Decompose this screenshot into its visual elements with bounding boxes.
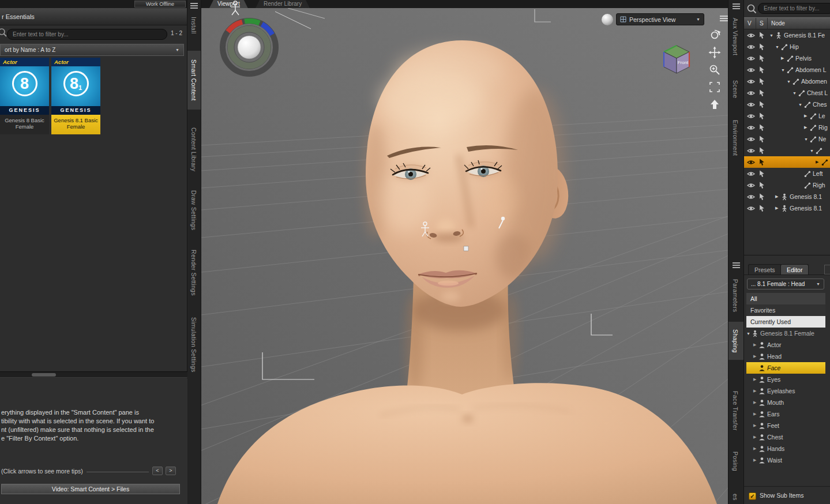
selection-cursor-icon[interactable] [759, 136, 765, 143]
visibility-eye-icon[interactable] [747, 160, 755, 165]
region-row[interactable]: ▶Hands [746, 443, 825, 454]
scene-node-row[interactable]: ▼Ches [744, 99, 830, 110]
scrollbar-thumb[interactable] [32, 373, 56, 377]
scene-filter-input[interactable] [758, 3, 830, 14]
expand-arrow[interactable]: ▶ [775, 206, 781, 210]
selection-square-handle[interactable] [464, 246, 468, 251]
pane-option-button[interactable] [824, 265, 830, 274]
visibility-eye-icon[interactable] [747, 79, 755, 84]
expand-arrow[interactable]: ▼ [804, 137, 810, 141]
expand-arrow[interactable]: ▼ [775, 45, 781, 49]
panel-menu-icon[interactable] [733, 261, 740, 269]
tab-render-library[interactable]: Render Library [256, 0, 310, 8]
tab-smart-content[interactable]: Smart Content [187, 51, 201, 110]
previous-tip-button[interactable]: < [152, 467, 163, 475]
expand-arrow[interactable]: ▶ [816, 160, 821, 164]
selection-cursor-icon[interactable] [759, 147, 765, 155]
tab-editor[interactable]: Editor [780, 264, 809, 275]
expand-arrow[interactable]: ▶ [753, 400, 758, 405]
region-row[interactable]: ▶Chest [746, 431, 825, 443]
expand-arrow[interactable]: ▶ [775, 194, 781, 199]
scene-node-row[interactable]: ▶Genesis 8.1 [744, 202, 830, 214]
tab-partial[interactable]: es [728, 490, 743, 504]
panel-menu-icon[interactable] [733, 2, 740, 10]
zoom-camera-button[interactable] [708, 63, 721, 76]
expand-arrow[interactable]: ▼ [810, 149, 816, 153]
scene-node-row[interactable]: ▼ [744, 145, 830, 156]
video-link-button[interactable]: Video: Smart Content > Files [1, 484, 180, 494]
scene-node-row[interactable]: ▼Hip [744, 41, 830, 52]
asset-card-genesis8[interactable]: Actor 8 GENESIS Genesis 8 Basic Female [0, 58, 49, 134]
viewport-canvas[interactable] [201, 8, 728, 504]
expand-arrow[interactable]: ▶ [753, 354, 758, 359]
next-tip-button[interactable]: > [166, 467, 176, 475]
selection-cursor-icon[interactable] [759, 89, 765, 97]
shaping-root-row[interactable]: ▼ Genesis 8.1 Female [746, 328, 825, 339]
selection-cursor-icon[interactable] [759, 193, 765, 201]
visibility-eye-icon[interactable] [747, 148, 755, 153]
expand-arrow[interactable]: ▶ [753, 412, 758, 416]
column-node[interactable]: Node [768, 18, 830, 29]
expand-arrow[interactable]: ▶ [753, 423, 758, 428]
visibility-eye-icon[interactable] [747, 125, 755, 130]
selection-cursor-icon[interactable] [759, 159, 765, 166]
visibility-eye-icon[interactable] [747, 44, 755, 50]
tab-render-settings[interactable]: Render Settings [187, 245, 201, 301]
visibility-eye-icon[interactable] [747, 102, 755, 107]
sort-dropdown[interactable]: ort by Name : A to Z ▼ [0, 44, 184, 56]
orbit-camera-button[interactable] [708, 29, 721, 42]
scene-node-row[interactable]: Left [744, 168, 830, 179]
visibility-eye-icon[interactable] [747, 91, 755, 96]
scene-node-row[interactable]: ▶Pelvis [744, 52, 830, 64]
region-row-selected[interactable]: Face [746, 362, 825, 374]
scene-node-row[interactable]: ▶Genesis 8.1 [744, 191, 830, 202]
column-visibility[interactable]: V [744, 18, 756, 29]
region-row[interactable]: ▶Mouth [746, 397, 825, 408]
viewport-options-menu-icon[interactable] [720, 14, 728, 22]
visibility-eye-icon[interactable] [747, 194, 755, 200]
tab-presets[interactable]: Presets [748, 264, 782, 275]
selection-cursor-icon[interactable] [759, 101, 765, 108]
reset-camera-button[interactable] [708, 98, 721, 111]
scene-node-row[interactable]: ▶Le [744, 110, 830, 122]
region-row[interactable]: ▶Eyes [746, 374, 825, 385]
region-row[interactable]: ▶Waist [746, 454, 825, 466]
filter-all[interactable]: All [746, 293, 825, 304]
tab-environment[interactable]: Environment [728, 111, 743, 165]
visibility-eye-icon[interactable] [747, 171, 755, 176]
region-row[interactable]: ▶Ears [746, 408, 825, 420]
scene-node-row[interactable]: ▼Abdomen [744, 76, 830, 87]
scene-column-header[interactable]: V S Node [744, 17, 830, 29]
filter-currently-used[interactable]: Currently Used [746, 316, 825, 328]
selection-cursor-icon[interactable] [759, 78, 765, 85]
region-row[interactable]: ▶Actor [746, 339, 825, 351]
selection-cursor-icon[interactable] [759, 32, 765, 39]
tab-content-library[interactable]: Content Library [187, 120, 201, 179]
expand-arrow[interactable]: ▼ [793, 91, 798, 95]
work-offline-button[interactable]: Work Offline [134, 1, 186, 7]
scene-node-row[interactable]: Righ [744, 179, 830, 191]
expand-arrow[interactable]: ▼ [769, 33, 775, 37]
tab-install[interactable]: Install [187, 10, 201, 40]
expand-arrow[interactable]: ▶ [753, 343, 758, 347]
scene-node-row[interactable]: ▼Chest L [744, 87, 830, 99]
content-filter-input[interactable] [7, 29, 167, 40]
scene-node-row[interactable]: ▼Abdomen L [744, 64, 830, 76]
visibility-eye-icon[interactable] [747, 33, 755, 38]
tab-aux-viewport[interactable]: Aux Viewport [728, 12, 743, 62]
region-row[interactable]: ▶Feet [746, 420, 825, 431]
frame-selection-button[interactable] [708, 81, 721, 93]
camera-view-dropdown[interactable]: Perspective View ▼ [616, 13, 704, 25]
asset-card-genesis81-selected[interactable]: Actor 81 GENESIS Genesis 8.1 Basic Femal… [51, 58, 100, 134]
selection-cursor-icon[interactable] [759, 124, 765, 131]
pan-camera-button[interactable] [708, 46, 721, 59]
region-row[interactable]: ▶Eyelashes [746, 385, 825, 397]
visibility-eye-icon[interactable] [747, 114, 755, 119]
visibility-eye-icon[interactable] [747, 67, 755, 73]
tab-posing[interactable]: Posing [728, 445, 743, 477]
tab-draw-settings[interactable]: Draw Settings [187, 185, 201, 236]
expand-arrow[interactable]: ▼ [746, 332, 752, 336]
selection-cursor-icon[interactable] [759, 205, 765, 212]
horizontal-scrollbar[interactable] [0, 371, 187, 378]
tab-face-transfer[interactable]: Face Transfer [728, 382, 743, 439]
